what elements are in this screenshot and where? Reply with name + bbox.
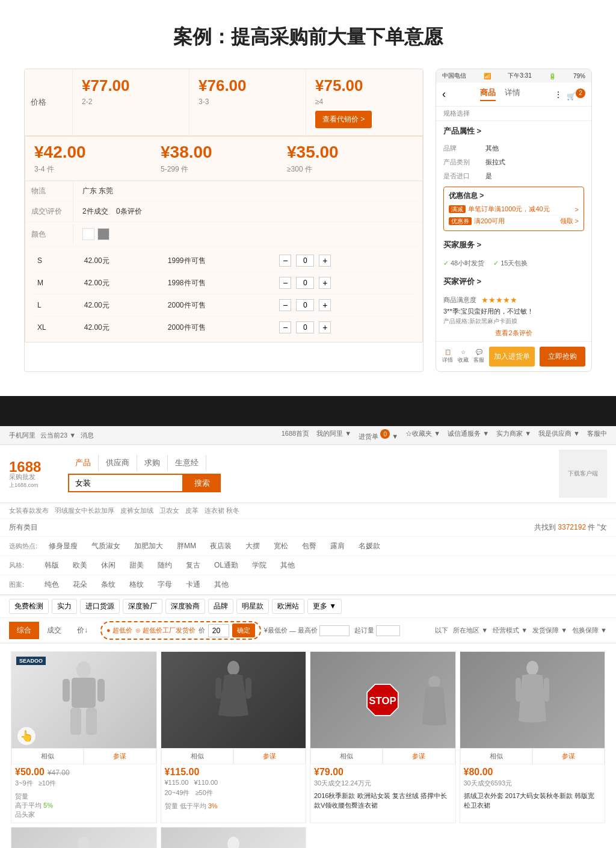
filter-night[interactable]: 夜店装 (208, 540, 234, 552)
filter-plaid[interactable]: 格纹 (127, 578, 146, 591)
topbar-cart[interactable]: 进货单 0 ▼ (359, 429, 398, 441)
filter-star[interactable]: 明星款 (236, 599, 269, 614)
filter-korean[interactable]: 韩版 (42, 559, 61, 572)
max-price-input[interactable] (319, 625, 350, 636)
tag-leather[interactable]: 皮裤女加绒 (120, 506, 153, 515)
filter-below[interactable]: 以下 (435, 626, 448, 635)
review-count[interactable]: 查看2条评价 (443, 329, 584, 338)
filter-ol[interactable]: OL通勤 (212, 559, 241, 572)
price-confirm-btn[interactable]: 确定 (232, 624, 255, 637)
qty-minus-s[interactable]: − (279, 255, 291, 267)
qty-input-xl[interactable] (296, 321, 314, 333)
similar-btn-4[interactable]: 相似 (460, 748, 532, 764)
filter-strong[interactable]: 实力 (52, 599, 77, 614)
topbar-honesty[interactable]: 诚信通服务 ▼ (448, 429, 489, 441)
back-icon[interactable]: ‹ (442, 88, 446, 101)
filter-casual[interactable]: 休闲 (99, 559, 118, 572)
icon-collect[interactable]: ☆ 收藏 (458, 349, 469, 364)
filter-return-guarantee[interactable]: 包换保障 ▼ (572, 626, 607, 635)
qty-plus-s[interactable]: + (319, 255, 331, 267)
filter-brand[interactable]: 品牌 (208, 599, 233, 614)
qty-input-m[interactable] (296, 277, 314, 289)
filter-wrap[interactable]: 包臀 (300, 540, 319, 552)
buy-now-btn[interactable]: 立即抢购 (540, 347, 585, 367)
ref-btn-1[interactable]: 参谋 (84, 748, 156, 764)
tab-detail[interactable]: 详情 (505, 87, 520, 101)
min-price-input[interactable] (208, 624, 229, 637)
ref-btn-4[interactable]: 参谋 (532, 748, 605, 764)
filter-floral[interactable]: 花朵 (70, 578, 90, 591)
sort-price[interactable]: 价↓ (69, 622, 96, 639)
filter-import[interactable]: 进口货源 (80, 599, 120, 614)
icon-detail[interactable]: 📋 详情 (442, 349, 453, 364)
filter-more[interactable]: 更多 ▼ (307, 599, 342, 614)
tab-product[interactable]: 商品 (480, 87, 496, 101)
filter-luxury[interactable]: 名媛款 (356, 540, 383, 552)
similar-btn-3[interactable]: 相似 (310, 748, 383, 764)
spec-select[interactable]: 规格选择 (436, 107, 591, 121)
qty-minus-l[interactable]: − (279, 299, 291, 311)
filter-casual2[interactable]: 随约 (155, 559, 174, 572)
topbar-my[interactable]: 我的阿里 ▼ (316, 429, 351, 441)
coupon-row-2[interactable]: 优惠券满200可用 领取 > (449, 215, 579, 227)
qty-minus-xl[interactable]: − (279, 321, 291, 333)
ref-btn-2[interactable]: 参谋 (233, 748, 306, 764)
filter-retro[interactable]: 复古 (183, 559, 203, 572)
filter-solid[interactable]: 纯色 (42, 578, 61, 591)
tag-farm[interactable]: 卫农女 (159, 506, 179, 515)
topbar-supplier[interactable]: 实力商家 ▼ (496, 429, 531, 441)
search-input[interactable] (68, 474, 183, 492)
tag-dress[interactable]: 连衣裙 秋冬 (205, 506, 239, 515)
share-icon[interactable]: ⋮ (555, 90, 562, 99)
filter-other2[interactable]: 其他 (212, 578, 231, 591)
filter-fat[interactable]: 胖MM (174, 540, 199, 552)
cart-icon[interactable]: 🛒2 (567, 88, 585, 101)
coupon-action-2[interactable]: 领取 > (560, 217, 579, 226)
tag-down[interactable]: 羽绒服女中长款加厚 (55, 506, 114, 515)
nav-tab-supplier[interactable]: 供应商 (99, 455, 137, 471)
filter-slim[interactable]: 修身显瘦 (46, 540, 80, 552)
min-order-input[interactable] (376, 625, 400, 636)
search-button[interactable]: 搜索 (183, 474, 221, 492)
swatch-gray[interactable] (97, 228, 109, 240)
qty-minus-m[interactable]: − (279, 277, 291, 289)
filter-stripe[interactable]: 条纹 (99, 578, 118, 591)
nav-tab-product[interactable]: 产品 (68, 455, 99, 471)
qty-input-s[interactable] (296, 255, 314, 267)
qty-plus-m[interactable]: + (319, 277, 331, 289)
nav-tab-shengyi[interactable]: 生意经 (168, 455, 206, 471)
filter-letter[interactable]: 字母 (155, 578, 174, 591)
tag-leather2[interactable]: 皮革 (185, 506, 199, 515)
filter-grace[interactable]: 气质淑女 (89, 540, 123, 552)
filter-loose[interactable]: 宽松 (271, 540, 291, 552)
filter-region[interactable]: 所在地区 ▼ (453, 626, 488, 635)
filter-plus[interactable]: 加肥加大 (132, 540, 165, 552)
qty-plus-xl[interactable]: + (319, 321, 331, 333)
filter-big[interactable]: 大摆 (243, 540, 262, 552)
filter-free-check[interactable]: 免费检测 (9, 599, 49, 614)
coupon-row-1[interactable]: 满减单笔订单满1000元，减40元 > (449, 203, 579, 215)
filter-cartoon[interactable]: 卡通 (183, 578, 203, 591)
filter-europe[interactable]: 欧洲站 (272, 599, 304, 614)
qty-plus-l[interactable]: + (319, 299, 331, 311)
topbar-yunbao[interactable]: 云当前23 ▼ (40, 431, 76, 440)
check-price-btn[interactable]: 查看代销价 > (315, 111, 372, 128)
topbar-i-am-supplier[interactable]: 我是供应商 ▼ (538, 429, 580, 441)
sort-transaction[interactable]: 成交 (39, 622, 69, 639)
topbar-home[interactable]: 1688首页 (282, 429, 309, 441)
filter-sweet[interactable]: 甜美 (127, 559, 146, 572)
filter-school[interactable]: 学院 (250, 559, 269, 572)
nav-tab-qugou[interactable]: 求购 (137, 455, 168, 471)
sort-comprehensive[interactable]: 综合 (9, 622, 39, 639)
filter-shoulder[interactable]: 露肩 (328, 540, 347, 552)
icon-service[interactable]: 💬 客服 (473, 349, 484, 364)
ref-btn-3[interactable]: 参谋 (383, 748, 455, 764)
filter-deep-factory[interactable]: 深度验厂 (123, 599, 162, 614)
add-cart-btn[interactable]: 加入进货单 (489, 347, 535, 367)
similar-btn-2[interactable]: 相似 (161, 748, 233, 764)
filter-european[interactable]: 欧美 (70, 559, 90, 572)
tag-spring[interactable]: 女装春款发布 (9, 506, 49, 515)
person-icon[interactable]: 👆 (17, 727, 35, 745)
filter-other[interactable]: 其他 (278, 559, 297, 572)
topbar-collect[interactable]: ☆收藏夹 ▼ (405, 429, 440, 441)
